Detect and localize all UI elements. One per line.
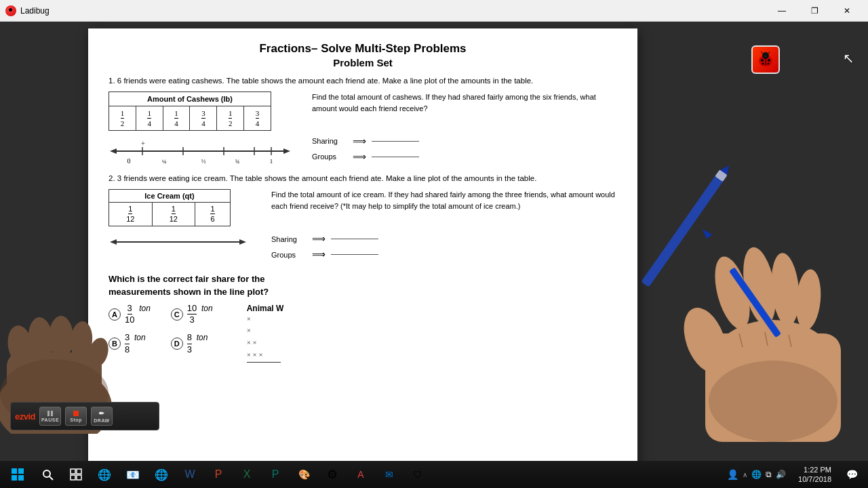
mail-button2[interactable]: ✉: [376, 462, 403, 487]
problem2-row: Ice Cream (qt) 112 112 16: [108, 189, 617, 263]
svg-line-25: [768, 52, 770, 54]
powerpoint-button[interactable]: P: [205, 462, 232, 487]
svg-point-20: [761, 59, 764, 62]
svg-rect-57: [71, 469, 75, 474]
svg-rect-60: [77, 475, 81, 480]
animal-chart-xs: ××× ×× × ×: [247, 313, 284, 361]
svg-text:1: 1: [270, 158, 273, 165]
svg-point-44: [793, 268, 823, 331]
acrobat-button[interactable]: A: [347, 462, 374, 487]
cashews-val-3: 14: [163, 106, 190, 131]
groups-label-1: Groups: [312, 151, 349, 163]
doc-subtitle: Problem Set: [108, 57, 617, 68]
sys-tray: 👤 ∧ 🌐 ⧉ 🔊: [722, 469, 791, 480]
paint-button[interactable]: 🎨: [290, 462, 317, 487]
ie-button[interactable]: 🌐: [148, 462, 175, 487]
task-view-button[interactable]: [62, 462, 90, 487]
pause-label: PAUSE: [41, 418, 59, 422]
svg-point-45: [709, 361, 837, 442]
svg-marker-2: [110, 148, 117, 154]
cashews-val-5: 12: [217, 106, 244, 131]
question-section: Which is the correct fair share for them…: [108, 273, 617, 363]
stop-label: Stop: [70, 418, 82, 422]
icecream-val-1: 112: [109, 203, 153, 226]
chart-baseline: [247, 362, 281, 363]
main-area: Fractions– Solve Multi-Step Problems Pro…: [0, 22, 868, 461]
draw-button[interactable]: ✏ DRAW: [91, 407, 113, 426]
svg-text:0: 0: [127, 157, 131, 165]
problem2-side: Find the total amount of ice cream. If t…: [271, 189, 617, 263]
problem1-side: Find the total amount of cashews. If the…: [312, 92, 617, 165]
document: Fractions– Solve Multi-Step Problems Pro…: [88, 28, 637, 461]
groups-line-2: Groups ⟹: [271, 247, 617, 262]
close-button[interactable]: ✕: [831, 1, 863, 21]
animal-label: Animal W: [247, 304, 284, 313]
animal-chart-partial: Animal W ××× ×× × ×: [247, 304, 284, 363]
svg-marker-15: [239, 239, 246, 245]
bottom-question-text: Which is the correct fair share for them…: [108, 273, 617, 298]
svg-rect-53: [12, 475, 17, 481]
cashews-val-6: 34: [244, 106, 271, 131]
sharing-label-2: Sharing: [271, 234, 309, 245]
word-button[interactable]: W: [176, 462, 203, 487]
pause-button[interactable]: PAUSE: [39, 407, 61, 426]
recorder-bar: ezvid PAUSE Stop ✏ DRAW: [10, 402, 159, 430]
svg-marker-16: [110, 239, 117, 245]
notification-button[interactable]: 💬: [838, 462, 865, 487]
problem1-text: 1. 6 friends were eating cashews. The ta…: [108, 75, 617, 86]
icecream-table: Ice Cream (qt) 112 112 16: [108, 189, 231, 226]
svg-rect-51: [12, 468, 17, 474]
speaker-icon[interactable]: 🔊: [776, 470, 786, 479]
clock-date: 10/7/2018: [798, 474, 831, 484]
option-a-value: 310 ton: [125, 304, 151, 325]
outlook-button[interactable]: 📧: [119, 462, 146, 487]
people-icon[interactable]: 👤: [727, 469, 738, 480]
option-c-label: C: [171, 308, 183, 321]
antivirus-button[interactable]: 🛡: [404, 462, 431, 487]
search-button[interactable]: [34, 462, 61, 487]
clock[interactable]: 1:22 PM 10/7/2018: [793, 465, 837, 485]
svg-rect-59: [71, 475, 75, 480]
title-bar: Ladibug — ❐ ✕: [0, 0, 868, 22]
start-button[interactable]: [3, 462, 33, 487]
option-c: C 103 ton: [171, 304, 213, 325]
stop-button[interactable]: Stop: [65, 407, 87, 426]
settings-button[interactable]: ⚙: [319, 462, 346, 487]
excel-button[interactable]: X: [233, 462, 260, 487]
option-c-value: 103 ton: [187, 304, 213, 325]
sharing-answer-1: [372, 141, 419, 142]
groups-label-2: Groups: [271, 249, 309, 261]
app-icon: [5, 5, 16, 16]
option-d-value: 83 ton: [187, 333, 208, 354]
number-line-2: [108, 235, 258, 251]
draw-label: DRAW: [94, 418, 109, 423]
mc-options-row: A 310 ton B 38 ton: [108, 304, 617, 363]
cashews-val-1: 12: [109, 106, 136, 131]
svg-rect-58: [77, 469, 81, 474]
edge-button[interactable]: 🌐: [91, 462, 118, 487]
problem1-row: Amount of Cashews (lb) 12 14 14 34 12 34: [108, 92, 617, 166]
svg-point-22: [762, 63, 764, 65]
maximize-button[interactable]: ❐: [799, 1, 830, 21]
taskview-icon[interactable]: ⧉: [766, 470, 772, 479]
cashews-val-2: 14: [136, 106, 163, 131]
svg-point-31: [49, 316, 73, 359]
title-bar-left: Ladibug: [5, 5, 50, 16]
chevron-icon[interactable]: ∧: [743, 471, 747, 479]
svg-text:+: +: [141, 140, 145, 147]
publisher-button[interactable]: P: [262, 462, 289, 487]
problem2-question: Find the total amount of ice cream. If t…: [271, 189, 617, 211]
svg-point-23: [768, 63, 770, 65]
network-icon[interactable]: 🌐: [751, 470, 762, 479]
app-title: Ladibug: [20, 6, 50, 16]
cashews-table-header: Amount of Cashews (lb): [109, 92, 271, 106]
clock-time: 1:22 PM: [798, 465, 831, 474]
cashews-table: Amount of Cashews (lb) 12 14 14 34 12 34: [108, 92, 271, 131]
ladybug-svg: [756, 50, 775, 69]
svg-rect-54: [18, 475, 24, 481]
sharing-label-1: Sharing: [312, 136, 349, 147]
minimize-button[interactable]: —: [766, 1, 797, 21]
option-b-value: 38 ton: [125, 333, 146, 354]
problem1-question: Find the total amount of cashews. If the…: [312, 92, 617, 114]
title-bar-buttons: — ❐ ✕: [766, 1, 863, 21]
